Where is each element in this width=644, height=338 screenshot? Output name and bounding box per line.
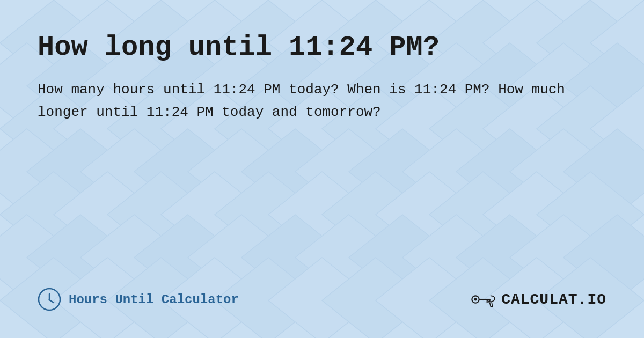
page-title: How long until 11:24 PM? [38,32,606,63]
page-description: How many hours until 11:24 PM today? Whe… [38,79,606,123]
logo-text: CALCULAT.IO [501,291,606,308]
svg-point-88 [474,298,477,301]
calculat-logo-icon [470,289,497,310]
svg-point-86 [49,299,50,301]
footer-branding-left: Hours Until Calculator [38,288,239,311]
footer: Hours Until Calculator CALCULAT.IO [38,288,606,311]
footer-label: Hours Until Calculator [69,292,239,307]
clock-icon [38,288,61,311]
logo-area: CALCULAT.IO [470,289,606,310]
